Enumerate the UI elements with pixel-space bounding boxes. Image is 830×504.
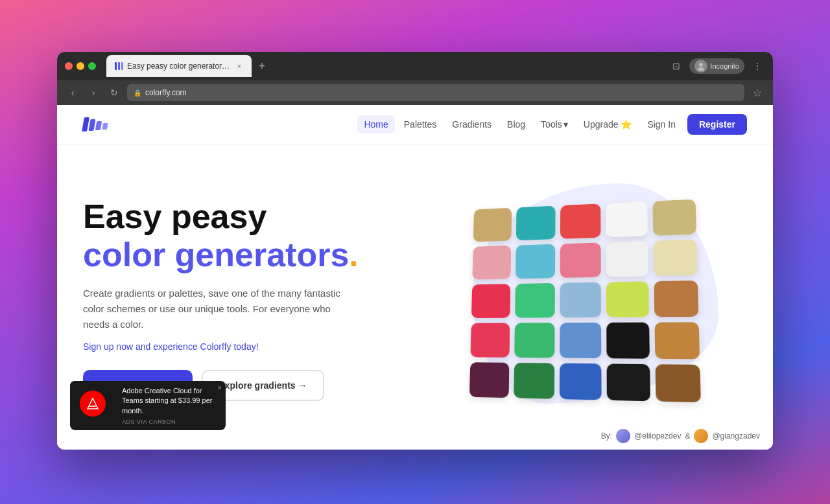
site-logo[interactable] xyxy=(83,117,108,132)
ad-title: Adobe Creative Cloud for Teams starting … xyxy=(122,386,219,416)
back-button[interactable]: ‹ xyxy=(65,85,80,100)
incognito-avatar xyxy=(694,60,707,73)
color-card xyxy=(654,281,698,317)
hero-text: Easy peasy color generators. Create grad… xyxy=(83,199,394,400)
ad-content: Adobe Creative Cloud for Teams starting … xyxy=(115,381,226,430)
hero-heading-dot: . xyxy=(349,236,358,273)
tab-view-icon[interactable]: ⊡ xyxy=(669,58,684,74)
refresh-button[interactable]: ↻ xyxy=(106,85,122,100)
minimize-button[interactable] xyxy=(77,62,84,70)
address-bar-row: ‹ › ↻ 🔒 colorffy.com ☆ xyxy=(57,80,773,105)
nav-links: Home Palettes Gradients Blog Tools ▾ Upg… xyxy=(357,114,747,135)
ad-banner: Adobe Creative Cloud for Teams starting … xyxy=(70,381,226,430)
author1-avatar xyxy=(616,429,630,443)
hero-heading-colored-wrapper: color generators. xyxy=(83,237,394,273)
nav-link-palettes[interactable]: Palettes xyxy=(397,115,444,133)
bookmark-star-icon[interactable]: ☆ xyxy=(750,85,765,100)
color-card xyxy=(560,282,601,318)
incognito-badge: Incognito xyxy=(689,58,744,74)
new-tab-button[interactable]: + xyxy=(254,58,270,74)
color-card xyxy=(560,363,602,400)
hero-heading-line2: color generators xyxy=(83,236,349,273)
nav-link-blog[interactable]: Blog xyxy=(501,115,532,133)
color-card xyxy=(514,323,554,358)
incognito-label: Incognito xyxy=(710,62,739,70)
browser-window: Easy peasy color generators | ( × + ⊡ In… xyxy=(57,52,773,450)
nav-link-home[interactable]: Home xyxy=(357,115,394,133)
tab-favicon xyxy=(114,62,123,71)
color-card xyxy=(471,284,510,318)
color-card xyxy=(606,281,649,317)
logo-bar-3 xyxy=(95,121,102,130)
nav-link-tools[interactable]: Tools ▾ xyxy=(534,115,575,133)
tab-close-button[interactable]: × xyxy=(235,62,244,71)
color-card xyxy=(516,244,555,279)
author2-avatar xyxy=(694,429,708,443)
browser-chrome: Easy peasy color generators | ( × + ⊡ In… xyxy=(57,52,773,80)
active-tab[interactable]: Easy peasy color generators | ( × xyxy=(106,55,252,77)
color-grid xyxy=(469,200,701,403)
color-card xyxy=(470,323,510,357)
forward-button[interactable]: › xyxy=(86,85,101,100)
color-card xyxy=(652,200,696,236)
color-card xyxy=(473,208,512,242)
chevron-down-icon: ▾ xyxy=(563,119,568,130)
hero-description: Create gradients or palettes, save one o… xyxy=(83,286,355,332)
browser-toolbar-right: ⊡ Incognito ⋮ xyxy=(669,58,765,74)
hero-heading-line1: Easy peasy xyxy=(83,199,394,235)
ad-image xyxy=(70,381,115,426)
browser-menu-icon[interactable]: ⋮ xyxy=(750,58,765,74)
svg-point-0 xyxy=(699,63,703,67)
nav-signin-button[interactable]: Sign In xyxy=(641,115,682,133)
color-card xyxy=(560,323,601,358)
address-bar[interactable]: 🔒 colorffy.com xyxy=(127,84,744,101)
color-card xyxy=(516,206,556,241)
ad-close-button[interactable]: × xyxy=(217,384,222,393)
website-content: Home Palettes Gradients Blog Tools ▾ Upg… xyxy=(57,105,773,450)
maximize-button[interactable] xyxy=(88,62,96,70)
traffic-lights xyxy=(65,62,96,70)
adobe-icon xyxy=(80,391,106,417)
color-card xyxy=(514,363,554,399)
footer-by-label: By: xyxy=(601,431,612,441)
footer-authors: By: @elilopezdev & @giangzadev xyxy=(601,429,760,443)
ad-label: ADS VIA CARBON xyxy=(122,418,219,425)
author2-name[interactable]: @giangzadev xyxy=(712,431,760,441)
site-navigation: Home Palettes Gradients Blog Tools ▾ Upg… xyxy=(57,105,773,144)
author1-name[interactable]: @elilopezdev xyxy=(634,431,681,441)
color-card xyxy=(607,363,650,401)
footer-ampersand: & xyxy=(685,431,690,441)
tab-bar: Easy peasy color generators | ( × + xyxy=(106,55,663,77)
nav-register-button[interactable]: Register xyxy=(687,114,747,135)
nav-tools-label: Tools xyxy=(541,119,562,130)
color-card xyxy=(560,203,600,238)
address-text: colorffy.com xyxy=(145,88,187,97)
nav-link-gradients[interactable]: Gradients xyxy=(445,115,498,133)
logo-bar-4 xyxy=(102,123,108,130)
color-card xyxy=(654,322,700,359)
tab-title: Easy peasy color generators | ( xyxy=(127,62,231,71)
svg-point-1 xyxy=(698,67,704,71)
hero-signup-link[interactable]: Sign up now and experience Colorffy toda… xyxy=(83,341,394,352)
color-card xyxy=(472,246,511,280)
color-card xyxy=(606,241,648,277)
color-card xyxy=(606,201,648,237)
close-button[interactable] xyxy=(65,62,73,70)
hero-illustration xyxy=(394,177,747,423)
color-card xyxy=(656,364,701,402)
color-card xyxy=(606,323,650,359)
color-card xyxy=(560,242,601,278)
nav-link-upgrade[interactable]: Upgrade ⭐ xyxy=(577,115,639,133)
lock-icon: 🔒 xyxy=(134,89,141,97)
color-card xyxy=(653,240,697,276)
svg-point-2 xyxy=(82,393,103,414)
color-card xyxy=(515,283,555,318)
color-card xyxy=(469,362,509,398)
